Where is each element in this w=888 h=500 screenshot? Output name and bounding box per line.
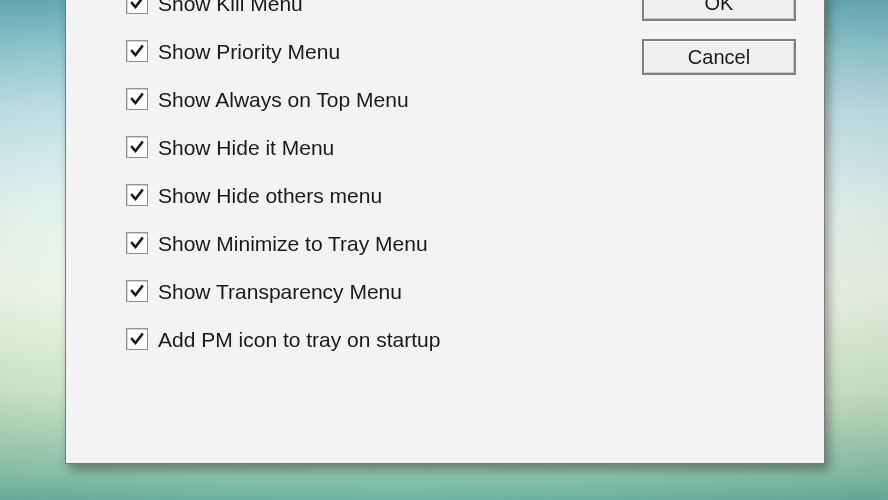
cancel-button[interactable]: Cancel (642, 39, 796, 75)
check-icon (129, 235, 145, 251)
check-icon (129, 187, 145, 203)
options-list: Show Kill Menu Show Priority Menu Show A… (126, 0, 556, 374)
checkbox-show-transparency-menu[interactable] (126, 280, 148, 302)
checkbox-show-hide-others-menu[interactable] (126, 184, 148, 206)
option-label: Show Minimize to Tray Menu (158, 233, 428, 254)
check-icon (129, 43, 145, 59)
option-show-hide-it-menu: Show Hide it Menu (126, 134, 556, 160)
option-show-priority-menu: Show Priority Menu (126, 38, 556, 64)
desktop-background: Show Kill Menu Show Priority Menu Show A… (0, 0, 888, 500)
dialog-buttons: OK Cancel (642, 0, 796, 93)
settings-dialog: Show Kill Menu Show Priority Menu Show A… (65, 0, 825, 464)
option-label: Add PM icon to tray on startup (158, 329, 440, 350)
option-show-transparency-menu: Show Transparency Menu (126, 278, 556, 304)
check-icon (129, 283, 145, 299)
option-add-pm-icon-to-tray-on-startup: Add PM icon to tray on startup (126, 326, 556, 352)
checkbox-show-always-on-top-menu[interactable] (126, 88, 148, 110)
option-label: Show Priority Menu (158, 41, 340, 62)
option-label: Show Always on Top Menu (158, 89, 409, 110)
checkbox-add-pm-icon-to-tray-on-startup[interactable] (126, 328, 148, 350)
checkbox-show-minimize-to-tray-menu[interactable] (126, 232, 148, 254)
option-show-always-on-top-menu: Show Always on Top Menu (126, 86, 556, 112)
option-show-kill-menu: Show Kill Menu (126, 0, 556, 16)
check-icon (129, 91, 145, 107)
option-label: Show Kill Menu (158, 0, 303, 14)
checkbox-show-priority-menu[interactable] (126, 40, 148, 62)
check-icon (129, 139, 145, 155)
ok-button[interactable]: OK (642, 0, 796, 21)
checkbox-show-hide-it-menu[interactable] (126, 136, 148, 158)
check-icon (129, 331, 145, 347)
option-show-hide-others-menu: Show Hide others menu (126, 182, 556, 208)
option-label: Show Hide others menu (158, 185, 382, 206)
check-icon (129, 0, 145, 11)
option-label: Show Transparency Menu (158, 281, 402, 302)
option-label: Show Hide it Menu (158, 137, 334, 158)
checkbox-show-kill-menu[interactable] (126, 0, 148, 14)
option-show-minimize-to-tray-menu: Show Minimize to Tray Menu (126, 230, 556, 256)
